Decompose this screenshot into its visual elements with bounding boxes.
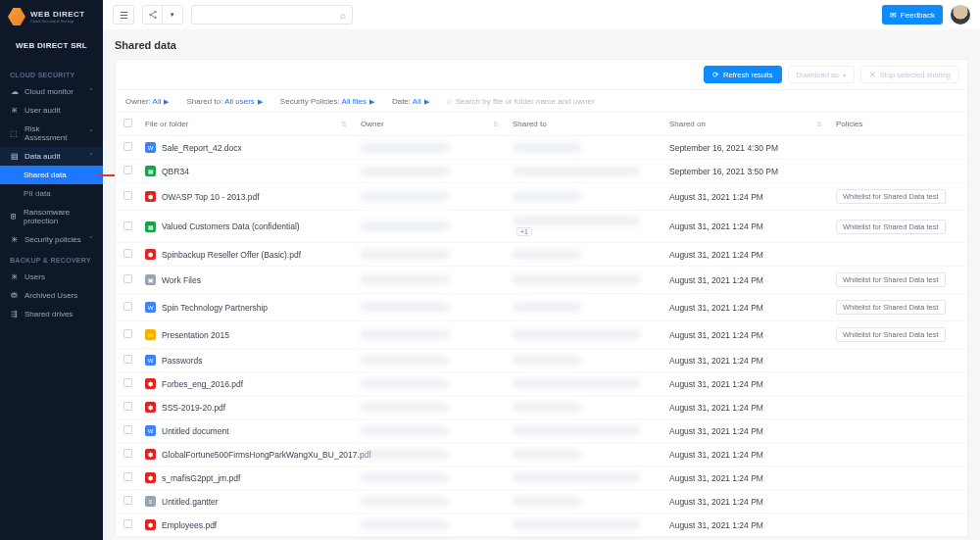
sidebar-item-user-audit[interactable]: ⛯User audit: [0, 101, 103, 120]
owner-redacted: hidden: [361, 221, 449, 230]
shared-to-redacted: hidden: [513, 192, 581, 201]
table-row[interactable]: ⬢Spinbackup Reseller Offer (Basic).pdfhi…: [116, 243, 967, 267]
sidebar-item-label: Data audit: [24, 152, 60, 161]
table-row[interactable]: ⬢SSS-2019-20.pdfhiddenhiddenAugust 31, 2…: [116, 396, 967, 419]
table-row[interactable]: ▦Valued Customers Data (confidential)hid…: [116, 211, 967, 243]
nav-section-cloud: CLOUD SECURITY: [0, 64, 103, 82]
shared-on-date: September 16, 2021 4:30 PM: [662, 136, 828, 160]
policy-badge[interactable]: Whitelist for Shared Data test: [836, 189, 946, 204]
chevron-down-icon: ▾: [163, 6, 182, 24]
sidebar-subitem-pii-data[interactable]: PII data: [0, 184, 103, 203]
col-checkbox[interactable]: [116, 113, 137, 136]
table-row[interactable]: ⬢GlobalFortune500FirmsHongParkWangXu_BU_…: [116, 443, 967, 466]
sidebar: WEB DIRECT Cloud Security & Backup WEB D…: [0, 0, 103, 540]
col-shared-to[interactable]: Shared to: [505, 113, 662, 136]
sidebar-item-cloud-monitor[interactable]: ☁Cloud monitor˅: [0, 82, 103, 101]
shared-on-date: August 31, 2021 1:24 PM: [662, 294, 828, 321]
shared-on-date: August 31, 2021 1:24 PM: [662, 349, 828, 372]
filter-security-policies[interactable]: Security Policies: All files▶: [280, 97, 374, 106]
share-dropdown[interactable]: ▾: [142, 5, 183, 25]
filter-shared-to[interactable]: Shared to: All users▶: [186, 97, 262, 106]
row-checkbox[interactable]: [123, 472, 132, 481]
svg-point-0: [154, 11, 156, 13]
row-checkbox[interactable]: [123, 249, 132, 258]
sidebar-item-security-policies[interactable]: ⛯Security policies˅: [0, 230, 103, 249]
filter-date[interactable]: Date: All▶: [392, 97, 429, 106]
sidebar-item-archived-users[interactable]: ⛃Archived Users: [0, 286, 103, 305]
table-row[interactable]: WSale_Report_42.docxhiddenhiddenSeptembe…: [116, 136, 967, 160]
filter-owner[interactable]: Owner: All▶: [125, 97, 169, 106]
menu-toggle-button[interactable]: ☰: [113, 5, 134, 25]
row-checkbox[interactable]: [123, 166, 132, 174]
row-checkbox[interactable]: [123, 496, 132, 505]
shared-on-date: August 31, 2021 1:24 PM: [662, 514, 828, 537]
global-search[interactable]: ⌕: [191, 5, 353, 25]
owner-redacted: hidden: [361, 356, 449, 365]
sidebar-item-risk-assessment[interactable]: ⬚Risk Assessment˅: [0, 120, 103, 147]
row-checkbox[interactable]: [123, 274, 132, 283]
row-checkbox[interactable]: [123, 519, 132, 528]
row-checkbox[interactable]: [123, 378, 132, 387]
sidebar-item-shared-drives[interactable]: ⇶Shared drives: [0, 305, 103, 323]
policy-badge[interactable]: Whitelist for Shared Data test: [836, 300, 946, 315]
chevron-down-icon: ˅: [89, 236, 93, 244]
row-checkbox[interactable]: [123, 302, 132, 311]
table-search-placeholder: Search by file or folder name and owner: [456, 97, 595, 106]
avatar[interactable]: [951, 5, 970, 25]
sidebar-subitem-shared-data[interactable]: Shared data: [0, 166, 103, 184]
download-button[interactable]: Download as ▾: [788, 66, 855, 83]
table-row[interactable]: WSpin Technology Partnershiphiddenhidden…: [116, 294, 967, 321]
row-checkbox[interactable]: [123, 449, 132, 458]
share-icon: [143, 6, 163, 24]
table-row[interactable]: ⬢Forbes_eng_2016.pdfhiddenhiddenAugust 3…: [116, 372, 967, 396]
table-row[interactable]: ⬢s_mafisG2ppt_jm.pdfhiddenhiddenAugust 3…: [116, 466, 967, 490]
sidebar-item-users[interactable]: ⛯Users: [0, 268, 103, 286]
global-search-input[interactable]: [198, 11, 340, 20]
row-checkbox[interactable]: [123, 142, 132, 151]
sort-icon: ⇅: [816, 121, 822, 128]
sidebar-item-label: User audit: [24, 106, 60, 115]
owner-redacted: hidden: [361, 143, 449, 152]
table-row[interactable]: ▭Presentation 2015hiddenhiddenAugust 31,…: [116, 321, 967, 349]
svg-point-2: [154, 17, 156, 19]
shared-to-redacted: hidden: [513, 356, 581, 365]
chevron-down-icon: ▾: [843, 72, 846, 78]
table-row[interactable]: ≡Untitled.gantterhiddenhiddenAugust 31, …: [116, 490, 967, 514]
row-checkbox[interactable]: [123, 402, 132, 411]
row-checkbox[interactable]: [123, 355, 132, 364]
sidebar-item-ransomware-protection[interactable]: ⛨Ransomware protection: [0, 203, 103, 230]
row-checkbox[interactable]: [123, 191, 132, 200]
shared-on-date: August 31, 2021 1:24 PM: [662, 211, 828, 243]
feedback-button[interactable]: ✉ Feedback: [882, 5, 943, 25]
row-checkbox[interactable]: [123, 221, 132, 230]
table-row[interactable]: ⬢Employees.pdfhiddenhiddenAugust 31, 202…: [116, 514, 967, 537]
policy-badge[interactable]: Whitelist for Shared Data test: [836, 220, 946, 234]
refresh-button[interactable]: ⟳ Refresh results: [704, 66, 781, 83]
nav-section-backup: BACKUP & RECOVERY: [0, 249, 103, 268]
shared-to-redacted: hidden: [513, 426, 640, 435]
owner-redacted: hidden: [361, 473, 449, 482]
col-name[interactable]: File or folder⇅: [137, 113, 353, 136]
sidebar-item-data-audit[interactable]: ▤Data audit˄: [0, 147, 103, 166]
file-name: Untitled.gantter: [162, 497, 219, 507]
file-name: Employees.pdf: [162, 520, 217, 530]
col-policies[interactable]: Policies: [828, 113, 967, 136]
user-icon: ⛯: [10, 106, 19, 115]
stop-sharing-button[interactable]: ✕ Stop selected sharing: [860, 66, 959, 83]
row-checkbox[interactable]: [123, 329, 132, 338]
col-owner[interactable]: Owner⇅: [353, 113, 505, 136]
table-row[interactable]: WPasswordshiddenhiddenAugust 31, 2021 1:…: [116, 349, 967, 372]
file-name: SSS-2019-20.pdf: [162, 403, 225, 413]
owner-redacted: hidden: [361, 167, 449, 175]
table-row[interactable]: ⬢OWASP Top 10 - 2013.pdfhiddenhiddenAugu…: [116, 183, 967, 211]
policy-badge[interactable]: Whitelist for Shared Data test: [836, 272, 946, 287]
table-row[interactable]: WUntitled documenthiddenhiddenAugust 31,…: [116, 419, 967, 443]
table-row[interactable]: ▣Work FileshiddenhiddenAugust 31, 2021 1…: [116, 267, 967, 294]
table-row[interactable]: ▦QBR34hiddenhiddenSeptember 16, 2021 3:5…: [116, 160, 967, 183]
more-recipients-badge[interactable]: +1: [516, 227, 532, 236]
table-search[interactable]: ⌕ Search by file or folder name and owne…: [447, 96, 595, 106]
col-shared-on[interactable]: Shared on⇅: [662, 113, 828, 136]
row-checkbox[interactable]: [123, 425, 132, 434]
policy-badge[interactable]: Whitelist for Shared Data test: [836, 327, 946, 342]
shared-to-redacted: hidden: [513, 379, 640, 388]
